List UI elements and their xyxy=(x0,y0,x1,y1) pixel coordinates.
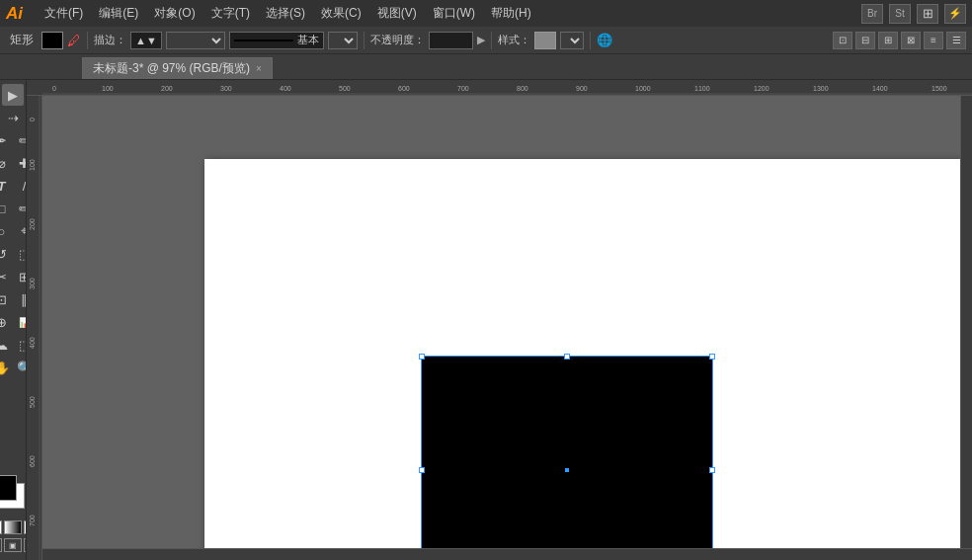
tool-row-brush: ⌀ ✚ xyxy=(0,152,27,174)
rect-tool[interactable]: □ xyxy=(0,198,13,219)
svg-text:1200: 1200 xyxy=(754,85,770,92)
svg-text:200: 200 xyxy=(161,85,173,92)
menu-window[interactable]: 窗口(W) xyxy=(426,3,482,24)
perspective[interactable]: ⬚ xyxy=(14,334,28,356)
menu-select[interactable]: 选择(S) xyxy=(259,3,312,24)
line-tool[interactable]: / xyxy=(14,175,28,197)
horizontal-scrollbar[interactable] xyxy=(42,548,972,560)
center-point xyxy=(565,468,569,472)
svg-text:100: 100 xyxy=(102,85,114,92)
bar-graph[interactable]: 📊 xyxy=(14,311,28,333)
pen-tool[interactable]: ✒ xyxy=(0,129,13,151)
paintbucket-tool[interactable]: ✏ xyxy=(14,198,28,219)
handle-mid-right[interactable] xyxy=(709,467,715,473)
tool-row-rotate: ↺ ⬚ xyxy=(0,243,27,265)
tool-name-label: 矩形 xyxy=(6,32,38,48)
svg-text:100: 100 xyxy=(29,159,36,171)
warp-tool[interactable]: ⬚ xyxy=(14,243,28,265)
grid-icon[interactable]: ⊞ xyxy=(917,4,938,24)
menu-view[interactable]: 视图(V) xyxy=(370,3,424,24)
normal-mode-icon[interactable]: □ xyxy=(0,538,2,552)
align-center-h-icon[interactable]: ⊟ xyxy=(855,32,875,49)
blob-tool[interactable]: ✚ xyxy=(14,152,28,174)
fill-swatch[interactable] xyxy=(41,32,63,49)
stroke-style-select[interactable] xyxy=(328,32,358,49)
menu-file[interactable]: 文件(F) xyxy=(38,3,90,24)
tab-close-button[interactable]: × xyxy=(256,63,262,74)
free-transform[interactable]: ⊞ xyxy=(14,266,28,287)
align-center-v-icon[interactable]: ≡ xyxy=(924,32,943,49)
tool-row-sym: ⊡ ∥ xyxy=(0,288,27,310)
sep3 xyxy=(491,32,492,49)
tool-row-nav: ☁ ⬚ xyxy=(0,334,27,356)
svg-text:0: 0 xyxy=(29,118,36,121)
selection-tool[interactable]: ▶ xyxy=(2,84,24,106)
svg-text:500: 500 xyxy=(29,396,36,408)
selected-rectangle[interactable] xyxy=(422,357,712,560)
brush-tool[interactable]: ⌀ xyxy=(0,152,13,174)
blend-tool[interactable]: ☁ xyxy=(0,334,13,356)
brush-options-icon[interactable]: 🖊 xyxy=(67,33,81,48)
ruler-marks-h: 0 100 200 300 400 500 600 700 800 900 10… xyxy=(42,81,972,95)
zoom-tool[interactable]: 🔍 xyxy=(14,357,28,378)
stock-icon[interactable]: St xyxy=(889,4,911,24)
style-label: 样式： xyxy=(498,33,530,47)
pencil-tool[interactable]: ✏ xyxy=(14,129,28,151)
extend-icon[interactable]: ⚡ xyxy=(944,4,966,24)
svg-text:200: 200 xyxy=(29,218,36,230)
svg-text:1400: 1400 xyxy=(872,85,888,92)
ruler-top: 0 100 200 300 400 500 600 700 800 900 10… xyxy=(27,80,972,96)
color-fill-icon[interactable] xyxy=(0,520,2,534)
handle-top-right[interactable] xyxy=(709,354,715,360)
handle-top-mid[interactable] xyxy=(564,354,570,360)
symbol-tool[interactable]: ⊡ xyxy=(0,288,13,310)
opacity-input[interactable]: 100% xyxy=(429,32,473,49)
gradient-fill-icon[interactable] xyxy=(4,520,22,534)
column-graph[interactable]: ∥ xyxy=(14,288,28,310)
stroke-line xyxy=(234,40,293,41)
align-top-icon[interactable]: ⊠ xyxy=(901,32,921,49)
type-tool[interactable]: T xyxy=(0,175,13,197)
stroke-width-dropdown[interactable]: ▲▼ xyxy=(130,32,162,49)
artboard-tool[interactable]: ⊕ xyxy=(0,311,13,333)
svg-text:1000: 1000 xyxy=(635,85,651,92)
ellipse-tool[interactable]: ○ xyxy=(0,220,13,242)
scale-tool[interactable]: ✂ xyxy=(0,266,13,287)
direct-select-tool[interactable]: ⇢ xyxy=(2,107,24,128)
handle-mid-left[interactable] xyxy=(419,467,425,473)
menu-edit[interactable]: 编辑(E) xyxy=(92,3,145,24)
menu-object[interactable]: 对象(O) xyxy=(147,3,202,24)
document-tab[interactable]: 未标题-3* @ 97% (RGB/预览) × xyxy=(82,57,273,79)
handle-top-left[interactable] xyxy=(419,354,425,360)
hand-tool[interactable]: ✋ xyxy=(0,357,13,378)
align-left-icon[interactable]: ⊡ xyxy=(833,32,852,49)
screen-mode-icons: □ ▣ 🔍 xyxy=(0,538,27,552)
svg-text:800: 800 xyxy=(517,85,528,92)
fullscreen-preview-icon[interactable]: ▣ xyxy=(4,538,22,552)
bridge-icon[interactable]: Br xyxy=(861,4,883,24)
foreground-color-swatch[interactable] xyxy=(0,475,17,501)
ruler-left: 0 100 200 300 400 500 600 700 xyxy=(27,96,42,560)
opacity-expand-icon[interactable]: ▶ xyxy=(477,34,485,46)
globe-icon[interactable]: 🌐 xyxy=(597,33,612,47)
main-area: ▶ ⇢ ✒ ✏ ⌀ ✚ T / □ ✏ ○ ⌖ ↺ ⬚ xyxy=(0,80,972,560)
menu-bar: 文件(F) 编辑(E) 对象(O) 文字(T) 选择(S) 效果(C) 视图(V… xyxy=(38,3,853,24)
mesh-tool[interactable]: ⌖ xyxy=(14,220,28,242)
align-icons: ⊡ ⊟ ⊞ ⊠ ≡ ☰ xyxy=(833,32,966,49)
menu-text[interactable]: 文字(T) xyxy=(204,3,257,24)
align-right-icon[interactable]: ⊞ xyxy=(878,32,898,49)
stroke-label: 描边： xyxy=(94,33,126,47)
align-bottom-icon[interactable]: ☰ xyxy=(946,32,966,49)
menu-help[interactable]: 帮助(H) xyxy=(484,3,538,24)
canvas-area[interactable]: 0 100 200 300 400 500 600 700 800 900 10… xyxy=(27,80,972,560)
style-select[interactable] xyxy=(560,32,584,49)
svg-text:1300: 1300 xyxy=(813,85,829,92)
svg-text:300: 300 xyxy=(29,278,36,289)
menu-effect[interactable]: 效果(C) xyxy=(314,3,368,24)
rotate-tool[interactable]: ↺ xyxy=(0,243,13,265)
style-preview[interactable] xyxy=(534,32,556,49)
vertical-scrollbar[interactable] xyxy=(960,96,972,548)
stroke-type-select[interactable] xyxy=(166,32,225,49)
control-toolbar: 矩形 🖊 描边： ▲▼ 基本 不透明度： 100% ▶ 样式： 🌐 ⊡ ⊟ ⊞ … xyxy=(0,27,972,54)
tool-row-scale: ✂ ⊞ xyxy=(0,266,27,287)
